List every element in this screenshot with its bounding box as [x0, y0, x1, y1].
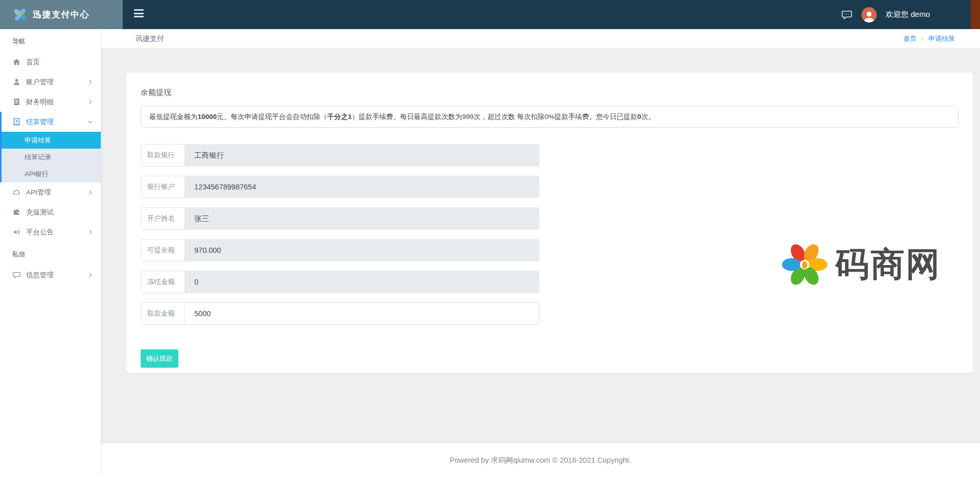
ledger-icon — [12, 98, 21, 106]
speaker-icon — [12, 228, 21, 236]
form-row-frozen-amount: 冻结金额 — [141, 271, 539, 293]
alert-text-bold: 千分之1 — [327, 113, 352, 121]
chevron-right-icon — [87, 79, 94, 85]
field-label-account: 银行账户 — [141, 176, 185, 198]
sidebar-item-api-management[interactable]: API管理 — [0, 182, 101, 202]
watermark-text: 码商网 — [835, 242, 941, 288]
brand-title: 迅捷支付中心 — [33, 9, 89, 20]
sidebar-item-recharge-test[interactable]: 充值测试 — [0, 202, 101, 222]
sidebar-item-accounts[interactable]: 账户管理 — [0, 72, 101, 92]
main-area: 讯捷支付 首页 › 申请结算 余额提现 最低提现金额为10000元。每次申请提现… — [101, 29, 980, 477]
pinwheel-logo-icon — [13, 8, 27, 21]
sidebar-item-message-management[interactable]: 信息管理 — [0, 265, 101, 285]
hamburger-menu-icon[interactable] — [134, 9, 144, 17]
sidebar-item-finance[interactable]: 财务明细 — [0, 92, 101, 112]
submenu-item-settlement-records[interactable]: 结算记录 — [2, 149, 101, 165]
settlement-submenu: 申请结算 结算记录 API银行 — [2, 132, 101, 182]
frozen-amount-field — [185, 271, 539, 293]
withdrawal-rules-alert: 最低提现金额为10000元。每次申请提现平台会自动扣除（千分之1）提款手续费。每… — [141, 106, 959, 128]
sidebar-item-label: 充值测试 — [26, 208, 54, 217]
sidebar-item-label: 信息管理 — [26, 271, 54, 280]
alert-text: 元。每次申请提现平台会自动扣除（ — [217, 113, 327, 121]
sidebar-section-messages: 私信 — [0, 242, 101, 265]
sidebar-item-home[interactable]: 首页 — [0, 52, 101, 72]
scrollbar-thumb[interactable] — [971, 0, 980, 29]
withdraw-amount-input[interactable] — [185, 302, 539, 325]
chat-bubble-icon — [12, 271, 21, 279]
field-label-available-balance: 可提余额 — [141, 239, 185, 261]
alert-text: 最低提现金额为 — [149, 113, 198, 121]
sidebar-item-label: API管理 — [26, 188, 51, 197]
sidebar-group-settlement: ¥ 结算管理 申请结算 结算记录 API银行 — [0, 112, 101, 182]
field-label-withdraw-amount: 取款金额 — [141, 302, 185, 325]
submenu-item-api-bank[interactable]: API银行 — [2, 165, 101, 182]
field-label-holder-name: 开户姓名 — [141, 207, 185, 230]
sidebar-item-settlement[interactable]: ¥ 结算管理 — [2, 112, 101, 132]
form-row-available-balance: 可提余额 — [141, 239, 539, 261]
tab-bar: 讯捷支付 首页 › 申请结算 — [101, 29, 980, 49]
wallet-icon — [12, 208, 21, 217]
copyright-text: Powered by 求码网qiumw.com © 2016-2021 Copy… — [450, 456, 631, 465]
form-row-withdraw-amount: 取款金额 — [141, 302, 539, 325]
content-area: 余额提现 最低提现金额为10000元。每次申请提现平台会自动扣除（千分之1）提款… — [101, 49, 980, 443]
alert-text: 次。 — [641, 113, 655, 121]
breadcrumb-current-link[interactable]: 申请结算 — [928, 34, 955, 43]
sidebar-item-platform-announcements[interactable]: 平台公告 — [0, 222, 101, 242]
flower-logo-icon — [781, 241, 828, 288]
breadcrumb: 首页 › 申请结算 — [903, 34, 955, 43]
welcome-user-text[interactable]: 欢迎您 demo — [885, 10, 930, 19]
chevron-right-icon — [87, 189, 94, 196]
card-title: 余额提现 — [141, 88, 959, 98]
chevron-right-icon — [87, 99, 94, 105]
chevron-down-icon — [87, 118, 94, 125]
cloud-icon — [12, 188, 21, 197]
available-balance-field — [185, 239, 539, 261]
account-holder-field — [185, 207, 539, 230]
field-label-frozen-amount: 冻结金额 — [141, 271, 185, 293]
watermark: 码商网 — [781, 241, 941, 288]
sidebar-item-label: 平台公告 — [26, 228, 54, 237]
withdrawal-card: 余额提现 最低提现金额为10000元。每次申请提现平台会自动扣除（千分之1）提款… — [126, 73, 973, 373]
form-row-holder-name: 开户姓名 — [141, 207, 539, 230]
tab-xunjie-pay[interactable]: 讯捷支付 — [135, 34, 164, 43]
person-icon — [862, 10, 876, 22]
form-row-bank: 取款银行 — [141, 144, 539, 166]
submenu-item-apply-settlement[interactable]: 申请结算 — [2, 132, 101, 149]
sidebar: 导航 首页 账户管理 财务明细 ¥ 结算管理 — [0, 29, 101, 477]
svg-text:¥: ¥ — [16, 120, 18, 123]
sidebar-section-nav: 导航 — [0, 29, 101, 52]
sidebar-item-label: 首页 — [26, 58, 40, 67]
sidebar-item-label: 结算管理 — [26, 117, 54, 127]
user-avatar[interactable] — [861, 7, 877, 22]
breadcrumb-separator: › — [921, 35, 924, 43]
settlement-ticket-icon: ¥ — [12, 117, 21, 126]
footer: Powered by 求码网qiumw.com © 2016-2021 Copy… — [101, 443, 980, 477]
chevron-right-icon — [87, 229, 94, 235]
sidebar-item-label: 财务明细 — [26, 98, 54, 107]
bank-name-field — [185, 144, 539, 166]
breadcrumb-home-link[interactable]: 首页 — [903, 34, 917, 43]
user-icon — [12, 78, 21, 86]
home-icon — [12, 58, 21, 66]
field-label-bank: 取款银行 — [141, 144, 185, 166]
confirm-withdraw-button[interactable]: 确认提款 — [141, 349, 178, 368]
alert-text-bold: 10000 — [198, 113, 217, 121]
form-row-account: 银行账户 — [141, 176, 539, 198]
chevron-right-icon — [87, 272, 94, 278]
top-navbar: 迅捷支付中心 欢迎您 demo — [0, 0, 980, 29]
bank-account-field — [185, 176, 539, 198]
alert-text: ）提款手续费。每日最高提款次数为999次，超过次数 每次扣除0%提款手续费。您今… — [352, 113, 637, 121]
brand-logo-box: 迅捷支付中心 — [0, 0, 123, 29]
messages-icon[interactable] — [841, 9, 853, 20]
sidebar-item-label: 账户管理 — [26, 78, 54, 87]
